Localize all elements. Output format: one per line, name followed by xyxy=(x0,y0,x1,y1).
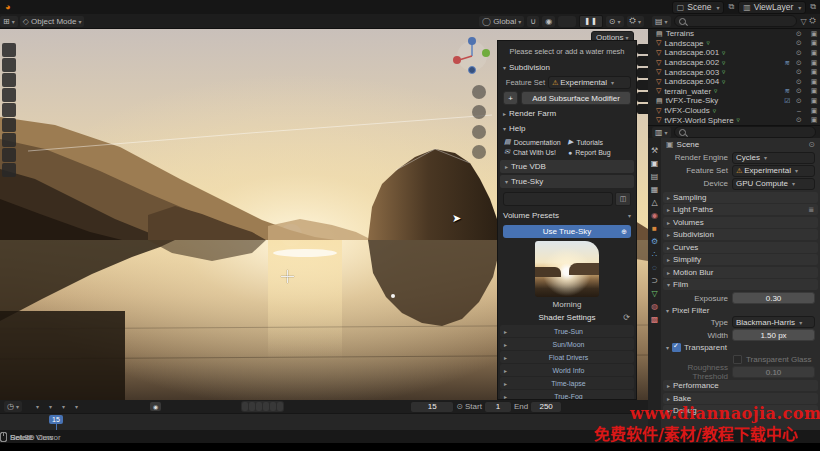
workspace-tab[interactable] xyxy=(106,6,116,8)
start-frame-field[interactable]: 1 xyxy=(484,401,512,413)
playhead[interactable]: 15 xyxy=(49,415,63,424)
visibility-eye-icon[interactable]: ⊙ xyxy=(793,59,805,67)
sky-tab[interactable] xyxy=(576,193,612,205)
proportional-edit-icon[interactable]: ◉ xyxy=(542,16,555,27)
outliner-display-mode[interactable]: ▤ xyxy=(652,16,671,27)
roughness-slider[interactable]: 0.10 xyxy=(732,366,815,378)
filter-funnel-icon[interactable]: ▽ xyxy=(800,17,806,26)
add-button[interactable]: + xyxy=(503,91,518,105)
render-engine-dropdown[interactable]: Cycles xyxy=(732,152,815,164)
volume-presets-dropdown[interactable]: Volume Presets xyxy=(498,208,636,223)
mode-selector[interactable]: ◇ Object Mode xyxy=(20,16,85,27)
object-name[interactable]: Landscape.002 xyxy=(664,58,719,67)
workspace-tab[interactable] xyxy=(96,6,106,8)
outliner-row[interactable]: ▽ Landscape.002 ▿ ≋ ⊙ ▣ xyxy=(648,58,820,68)
viewlayer-selector[interactable]: ▥ ViewLayer xyxy=(738,1,806,14)
npanel-tab[interactable] xyxy=(637,92,648,102)
workspace-tab[interactable] xyxy=(66,6,76,8)
properties-section[interactable]: Volumes xyxy=(663,217,818,228)
object-name[interactable]: Landscape.004 xyxy=(664,77,719,86)
render-camera-icon[interactable]: ▣ xyxy=(808,39,820,47)
workspace-tab[interactable] xyxy=(146,6,156,8)
properties-section[interactable]: Curves xyxy=(663,242,818,253)
visibility-eye-icon[interactable]: ⊙ xyxy=(793,116,805,124)
properties-section[interactable]: Performance xyxy=(663,380,818,391)
npanel-tab[interactable] xyxy=(637,68,648,78)
visibility-eye-icon[interactable]: ⊙ xyxy=(793,97,805,105)
object-name[interactable]: Terrains xyxy=(666,29,694,38)
workspace-tab[interactable] xyxy=(176,6,186,8)
properties-section[interactable]: Subdivision xyxy=(663,229,818,240)
timeline-ruler[interactable]: 15 xyxy=(0,413,648,431)
object-name[interactable]: tVFX-World Sphere xyxy=(664,116,733,125)
sky-tab[interactable] xyxy=(504,193,540,205)
timeline-menu-item[interactable] xyxy=(30,402,43,411)
properties-section[interactable]: Bake xyxy=(663,393,818,404)
properties-context-icon[interactable]: ▥ xyxy=(652,127,671,138)
preset-pin-button[interactable]: ◫ xyxy=(615,192,631,206)
visibility-eye-icon[interactable]: ⊙ xyxy=(793,68,805,76)
outliner-row[interactable]: ▽ tVFX-World Sphere ▿ ⊙ ▣ xyxy=(648,115,820,125)
workspace-tab[interactable] xyxy=(126,6,136,8)
render-camera-icon[interactable]: ▣ xyxy=(808,59,820,67)
render-camera-icon[interactable]: ▣ xyxy=(808,87,820,95)
help-section-header[interactable]: Help xyxy=(498,121,636,136)
workspace-tab[interactable] xyxy=(86,6,96,8)
object-name[interactable]: Landscape xyxy=(664,39,703,48)
transparent-header[interactable]: Transparent xyxy=(661,342,820,353)
snap-magnet-icon[interactable]: ∪ xyxy=(527,16,539,27)
visibility-eye-icon[interactable]: ⊙ xyxy=(793,30,805,38)
viewport-3d[interactable]: Options ➤ Please select or add a water m… xyxy=(0,29,648,400)
outliner-row[interactable]: ▤ tVFX-True-Sky ☑ ⊙ ▣ xyxy=(648,96,820,106)
properties-section[interactable]: Motion Blur xyxy=(663,267,818,278)
workspace-tab[interactable] xyxy=(166,6,176,8)
properties-search-input[interactable] xyxy=(674,126,816,138)
timeline-menu-item[interactable] xyxy=(56,402,69,411)
filter-width-slider[interactable]: 1.50 px xyxy=(732,329,815,341)
timeline-editor-icon[interactable]: ◷ xyxy=(4,401,22,412)
pin-icon[interactable]: ⊙ xyxy=(808,140,815,149)
object-name[interactable]: terrain_water xyxy=(664,87,711,96)
outliner-row[interactable]: ▽ Landscape.001 ▿ ⊙ ▣ xyxy=(648,48,820,58)
object-name[interactable]: Landscape.001 xyxy=(664,48,719,57)
properties-section[interactable]: Sampling xyxy=(663,192,818,203)
workspace-tab[interactable] xyxy=(76,6,86,8)
overlays-dropdown[interactable]: ⊙ xyxy=(606,16,624,27)
exposure-slider[interactable]: 0.30 xyxy=(732,292,815,304)
record-button[interactable]: ◉ xyxy=(150,402,161,411)
timeline-menu-item[interactable] xyxy=(69,402,82,411)
object-name[interactable]: Landscape.003 xyxy=(664,68,719,77)
npanel-tab[interactable] xyxy=(637,80,648,90)
render-camera-icon[interactable]: ▣ xyxy=(808,107,820,115)
npanel-tab[interactable] xyxy=(637,56,648,66)
outliner-row[interactable]: ▽ terrain_water ▿ ≋ ⊙ ▣ xyxy=(648,87,820,97)
render-camera-icon[interactable]: ▣ xyxy=(808,68,820,76)
workspace-tab[interactable] xyxy=(116,6,126,8)
render-farm-section-header[interactable]: Render Farm xyxy=(498,106,636,121)
scene-selector[interactable]: ▢ Scene xyxy=(672,1,725,14)
timeline-menu-item[interactable] xyxy=(43,402,56,411)
outliner-search-input[interactable] xyxy=(674,15,798,27)
sky-preset-preview[interactable] xyxy=(535,241,599,297)
feature-set-dropdown[interactable]: ⚠Experimental xyxy=(732,165,815,177)
pixel-filter-header[interactable]: Pixel Filter xyxy=(661,305,820,316)
render-camera-icon[interactable]: ▣ xyxy=(808,116,820,124)
shader-row[interactable]: Float Drivers xyxy=(500,351,634,363)
workspace-tab[interactable] xyxy=(186,6,196,8)
render-camera-icon[interactable]: ▣ xyxy=(808,30,820,38)
refresh-icon[interactable]: ⟳ xyxy=(623,313,630,322)
render-camera-icon[interactable]: ▣ xyxy=(808,49,820,57)
render-camera-icon[interactable]: ▣ xyxy=(808,78,820,86)
current-frame-field[interactable]: 15 xyxy=(410,401,454,413)
outliner-row[interactable]: ▽ Landscape.004 ▿ ⊙ ▣ xyxy=(648,77,820,87)
visibility-eye-icon[interactable]: ⊙ xyxy=(793,39,805,47)
gizmos-dropdown[interactable]: ⛭ xyxy=(627,16,644,27)
transparent-glass-checkbox[interactable] xyxy=(733,355,742,364)
blender-logo-icon[interactable]: ◕ xyxy=(5,2,10,12)
transparent-checkbox[interactable] xyxy=(672,343,681,352)
use-truesky-button[interactable]: Use True-Sky ⊕ xyxy=(503,225,631,238)
visibility-eye-icon[interactable]: ⊙ xyxy=(793,78,805,86)
workspace-tab[interactable] xyxy=(136,6,146,8)
properties-section[interactable]: Simplify xyxy=(663,254,818,265)
shader-row[interactable]: True-Sun xyxy=(500,325,634,337)
